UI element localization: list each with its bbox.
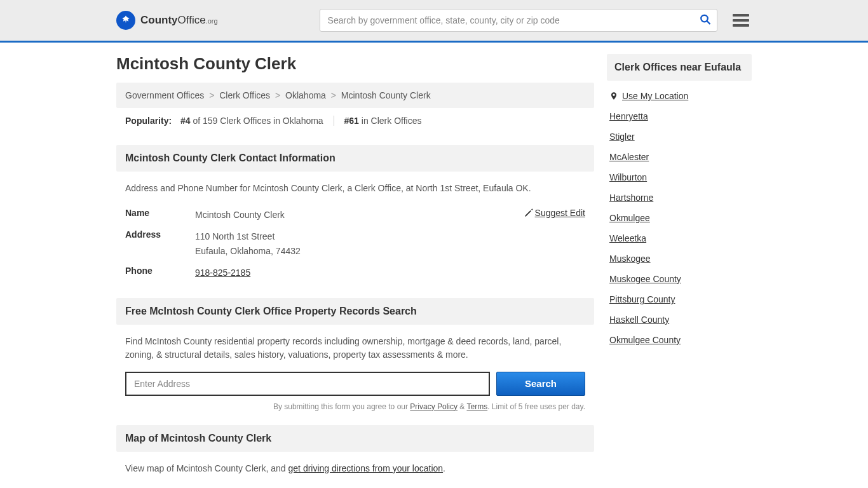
map-description: View map of Mcintosh County Clerk, and g…: [116, 462, 594, 475]
breadcrumb-link[interactable]: Government Offices: [125, 90, 204, 100]
breadcrumb-link[interactable]: Clerk Offices: [219, 90, 270, 100]
sidebar-link[interactable]: Okmulgee County: [609, 335, 749, 345]
directions-link[interactable]: get driving directions from your locatio…: [288, 463, 444, 473]
property-search-form: Search: [116, 372, 594, 396]
sidebar: Clerk Offices near Eufaula Use My Locati…: [607, 54, 752, 475]
property-section-header: Free McIntosh County Clerk Office Proper…: [116, 298, 594, 325]
header-search-input[interactable]: [320, 9, 717, 32]
main-column: Mcintosh County Clerk Government Offices…: [116, 54, 594, 475]
address-label: Address: [125, 229, 195, 240]
page-title: Mcintosh County Clerk: [116, 54, 594, 74]
popularity-label: Popularity:: [125, 116, 172, 126]
popularity-item: #61 in Clerk Offices: [337, 116, 430, 126]
logo-link[interactable]: CountyOffice.org: [116, 11, 218, 30]
map-section-header: Map of Mcintosh County Clerk: [116, 425, 594, 452]
sidebar-header: Clerk Offices near Eufaula: [607, 54, 752, 81]
phone-link[interactable]: 918-825-2185: [195, 268, 250, 278]
breadcrumb-current: Mcintosh County Clerk: [341, 90, 431, 100]
contact-info-table: Name Mcintosh County Clerk Suggest Edit …: [116, 208, 594, 280]
svg-line-1: [707, 21, 710, 24]
contact-description: Address and Phone Number for Mcintosh Co…: [116, 182, 594, 195]
eagle-icon: [116, 11, 135, 30]
header-search-wrap: [320, 9, 717, 32]
header-search-button[interactable]: [696, 10, 715, 31]
terms-link[interactable]: Terms: [466, 402, 487, 411]
sidebar-link[interactable]: Muskogee County: [609, 274, 749, 284]
breadcrumb: Government Offices > Clerk Offices > Okl…: [116, 83, 594, 108]
address-input[interactable]: [125, 372, 490, 396]
property-search-button[interactable]: Search: [496, 372, 585, 396]
popularity-item: #4 of 159 Clerk Offices in Oklahoma: [180, 116, 334, 126]
contact-section-header: Mcintosh County Clerk Contact Informatio…: [116, 145, 594, 172]
sidebar-link[interactable]: Haskell County: [609, 315, 749, 325]
sidebar-link[interactable]: McAlester: [609, 152, 749, 162]
hamburger-menu-icon[interactable]: [730, 9, 752, 32]
breadcrumb-sep: >: [331, 90, 336, 100]
sidebar-link[interactable]: Henryetta: [609, 111, 749, 121]
privacy-policy-link[interactable]: Privacy Policy: [410, 402, 458, 411]
property-description: Find McIntosh County residential propert…: [116, 335, 594, 362]
sidebar-link[interactable]: Okmulgee: [609, 213, 749, 223]
breadcrumb-link[interactable]: Oklahoma: [285, 90, 326, 100]
sidebar-link[interactable]: Wilburton: [609, 172, 749, 182]
sidebar-link[interactable]: Muskogee: [609, 254, 749, 264]
consent-text: By submitting this form you agree to our…: [116, 402, 594, 411]
sidebar-link[interactable]: Pittsburg County: [609, 294, 749, 304]
logo-text: CountyOffice.org: [140, 14, 218, 27]
phone-label: Phone: [125, 266, 195, 276]
sidebar-link[interactable]: Weleetka: [609, 233, 749, 243]
location-pin-icon: [609, 92, 618, 100]
suggest-edit-link[interactable]: Suggest Edit: [524, 208, 585, 218]
search-icon: [700, 14, 711, 25]
sidebar-link[interactable]: Hartshorne: [609, 193, 749, 203]
svg-point-0: [701, 15, 708, 22]
breadcrumb-sep: >: [209, 90, 214, 100]
sidebar-list: Use My Location Henryetta Stigler McAles…: [607, 91, 752, 345]
use-my-location-link[interactable]: Use My Location: [609, 91, 749, 101]
edit-icon: [524, 208, 534, 218]
popularity-row: Popularity: #4 of 159 Clerk Offices in O…: [116, 116, 594, 136]
top-bar: CountyOffice.org: [0, 0, 868, 43]
breadcrumb-sep: >: [275, 90, 280, 100]
address-value: 110 North 1st Street Eufaula, Oklahoma, …: [195, 229, 585, 258]
name-label: Name: [125, 208, 195, 218]
name-value: Mcintosh County Clerk: [195, 208, 524, 222]
sidebar-link[interactable]: Stigler: [609, 132, 749, 142]
